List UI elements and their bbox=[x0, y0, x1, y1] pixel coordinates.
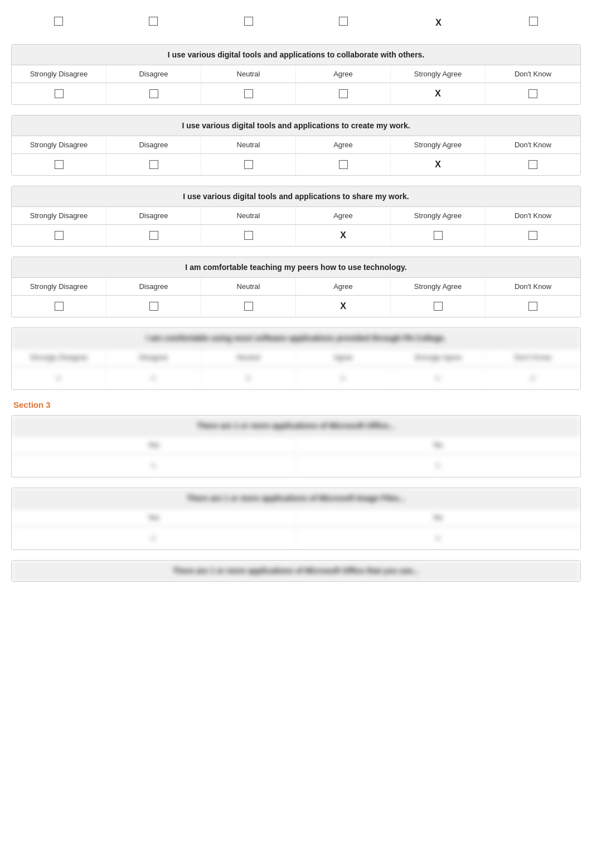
answer-q1-5[interactable]: X bbox=[391, 83, 486, 104]
top-cell-1[interactable] bbox=[11, 11, 106, 34]
answer-q3-3[interactable] bbox=[201, 225, 296, 246]
blurred-q7-ans2: ○ bbox=[296, 527, 580, 549]
answer-q4-3[interactable] bbox=[201, 296, 296, 317]
answer-q1-1[interactable] bbox=[12, 83, 106, 104]
blurred-q8-question: There are 1 or more applications of Micr… bbox=[12, 561, 580, 581]
top-cell-2[interactable] bbox=[106, 11, 201, 34]
header-agree: Agree bbox=[296, 65, 391, 83]
survey-block-q1: I use various digital tools and applicat… bbox=[11, 44, 581, 105]
header-neutral: Neutral bbox=[201, 207, 296, 224]
blurred-q6-col2-header: No bbox=[296, 436, 580, 454]
answer-q4-1[interactable] bbox=[12, 296, 106, 317]
question-q5: I am comfortable using most software app… bbox=[12, 328, 580, 349]
blurred-header-4: Agree bbox=[296, 349, 391, 366]
answer-row-q5: ○ ○ ○ ○ ○ ○ bbox=[12, 367, 580, 389]
header-strongly-disagree: Strongly Disagree bbox=[12, 65, 106, 83]
answer-q2-4[interactable] bbox=[296, 154, 391, 175]
blurred-q6-ans1: ○ bbox=[12, 454, 296, 477]
blurred-header-1: Strongly Disagree bbox=[12, 349, 106, 366]
survey-block-q2: I use various digital tools and applicat… bbox=[11, 115, 581, 176]
section-label: Section 3 bbox=[13, 400, 581, 409]
answer-q4-5[interactable] bbox=[391, 296, 486, 317]
answer-q2-3[interactable] bbox=[201, 154, 296, 175]
blurred-q7-question: There are 1 or more applications of Micr… bbox=[12, 488, 580, 509]
header-row-q3: Strongly Disagree Disagree Neutral Agree… bbox=[12, 207, 580, 225]
top-cell-6[interactable] bbox=[486, 11, 581, 34]
answer-q2-6[interactable] bbox=[486, 154, 580, 175]
header-agree: Agree bbox=[296, 278, 391, 295]
blurred-header-2: Disagree bbox=[106, 349, 201, 366]
blurred-q6-header: Yes No bbox=[12, 436, 580, 454]
answer-q2-2[interactable] bbox=[106, 154, 201, 175]
blurred-q7-ans1: ○ bbox=[12, 527, 296, 549]
answer-q3-1[interactable] bbox=[12, 225, 106, 246]
header-row-q1: Strongly Disagree Disagree Neutral Agree… bbox=[12, 65, 580, 83]
answer-q2-1[interactable] bbox=[12, 154, 106, 175]
answer-q1-6[interactable] bbox=[486, 83, 580, 104]
answer-q3-5[interactable] bbox=[391, 225, 486, 246]
blurred-answer-4: ○ bbox=[296, 367, 391, 389]
header-row-q4: Strongly Disagree Disagree Neutral Agree… bbox=[12, 278, 580, 296]
header-dont-know: Don't Know bbox=[486, 65, 580, 83]
answer-q4-6[interactable] bbox=[486, 296, 580, 317]
header-strongly-disagree: Strongly Disagree bbox=[12, 207, 106, 224]
survey-block-q3: I use various digital tools and applicat… bbox=[11, 186, 581, 247]
header-dont-know: Don't Know bbox=[486, 207, 580, 224]
answer-q4-4[interactable]: X bbox=[296, 296, 391, 317]
checkbox-unchecked[interactable] bbox=[529, 17, 538, 26]
answer-q3-6[interactable] bbox=[486, 225, 580, 246]
checkbox-unchecked[interactable] bbox=[244, 17, 253, 26]
answer-row-q2: X bbox=[12, 154, 580, 175]
answer-q4-2[interactable] bbox=[106, 296, 201, 317]
question-q1: I use various digital tools and applicat… bbox=[12, 45, 580, 65]
blurred-header-5: Strongly Agree bbox=[391, 349, 486, 366]
header-strongly-agree: Strongly Agree bbox=[391, 65, 486, 83]
blurred-header-6: Don't Know bbox=[486, 349, 580, 366]
answer-q2-5[interactable]: X bbox=[391, 154, 486, 175]
header-neutral: Neutral bbox=[201, 136, 296, 153]
header-agree: Agree bbox=[296, 207, 391, 224]
blurred-block-2: There are 1 or more applications of Micr… bbox=[11, 488, 581, 550]
blurred-q6-col1-header: Yes bbox=[12, 436, 296, 454]
header-row-q2: Strongly Disagree Disagree Neutral Agree… bbox=[12, 136, 580, 154]
top-cell-5[interactable]: X bbox=[391, 11, 486, 34]
header-neutral: Neutral bbox=[201, 278, 296, 295]
survey-block-q4: I am comfortable teaching my peers how t… bbox=[11, 257, 581, 317]
answer-q1-4[interactable] bbox=[296, 83, 391, 104]
answer-q3-2[interactable] bbox=[106, 225, 201, 246]
checkbox-checked: X bbox=[435, 18, 441, 28]
answer-q1-2[interactable] bbox=[106, 83, 201, 104]
header-disagree: Disagree bbox=[106, 65, 201, 83]
blurred-answer-1: ○ bbox=[12, 367, 106, 389]
blurred-block-3: There are 1 or more applications of Micr… bbox=[11, 560, 581, 582]
header-strongly-agree: Strongly Agree bbox=[391, 207, 486, 224]
top-cell-4[interactable] bbox=[296, 11, 391, 34]
checkbox-unchecked[interactable] bbox=[339, 17, 348, 26]
top-cell-3[interactable] bbox=[201, 11, 296, 34]
answer-q1-3[interactable] bbox=[201, 83, 296, 104]
blurred-answer-3: ○ bbox=[201, 367, 296, 389]
question-q2: I use various digital tools and applicat… bbox=[12, 115, 580, 136]
header-row-q5: Strongly Disagree Disagree Neutral Agree… bbox=[12, 349, 580, 367]
checkbox-unchecked[interactable] bbox=[149, 17, 158, 26]
header-dont-know: Don't Know bbox=[486, 278, 580, 295]
blurred-q6-answers: ○ ○ bbox=[12, 454, 580, 477]
header-agree: Agree bbox=[296, 136, 391, 153]
answer-q3-4[interactable]: X bbox=[296, 225, 391, 246]
question-q4: I am comfortable teaching my peers how t… bbox=[12, 257, 580, 278]
answer-row-q1: X bbox=[12, 83, 580, 104]
blurred-answer-5: ○ bbox=[391, 367, 486, 389]
blurred-block-1: There are 1 or more applications of Micr… bbox=[11, 415, 581, 478]
question-q3: I use various digital tools and applicat… bbox=[12, 186, 580, 207]
checkbox-unchecked[interactable] bbox=[54, 17, 63, 26]
blurred-header-3: Neutral bbox=[201, 349, 296, 366]
header-neutral: Neutral bbox=[201, 65, 296, 83]
header-dont-know: Don't Know bbox=[486, 136, 580, 153]
header-strongly-agree: Strongly Agree bbox=[391, 136, 486, 153]
header-disagree: Disagree bbox=[106, 207, 201, 224]
blurred-q7-col2-header: No bbox=[296, 509, 580, 526]
header-strongly-disagree: Strongly Disagree bbox=[12, 278, 106, 295]
header-strongly-agree: Strongly Agree bbox=[391, 278, 486, 295]
blurred-q7-answers: ○ ○ bbox=[12, 527, 580, 549]
blurred-q6-question: There are 1 or more applications of Micr… bbox=[12, 416, 580, 436]
